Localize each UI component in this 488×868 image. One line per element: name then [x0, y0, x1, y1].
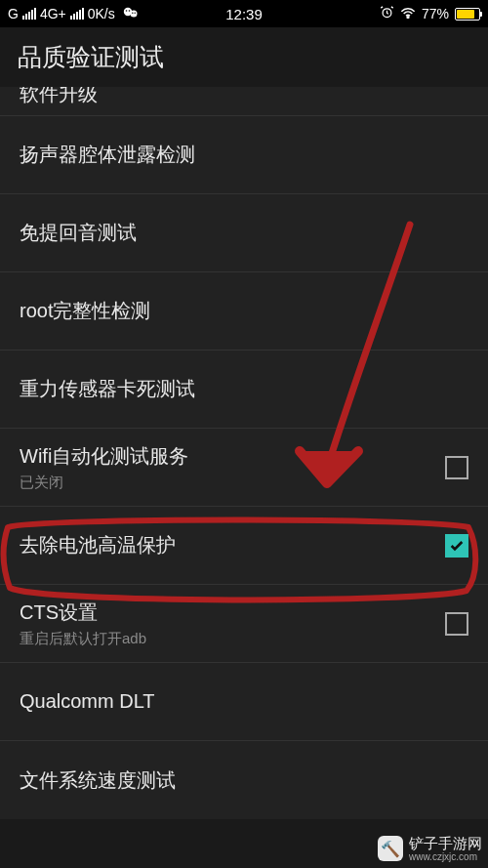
- item-title: 扬声器腔体泄露检测: [20, 142, 195, 168]
- checkbox[interactable]: [445, 456, 468, 479]
- svg-point-4: [132, 12, 133, 13]
- list-item-highlighted[interactable]: 去除电池高温保护: [0, 507, 488, 585]
- watermark-title: 铲子手游网: [409, 836, 482, 852]
- watermark-logo-icon: 🔨: [378, 836, 403, 861]
- checkbox[interactable]: [445, 612, 468, 636]
- list-item[interactable]: 软件升级: [0, 87, 488, 116]
- carrier-label: G: [8, 6, 19, 21]
- list-item[interactable]: CTS设置 重启后默认打开adb: [0, 585, 488, 663]
- network-label: 4G+: [40, 6, 66, 21]
- svg-point-7: [407, 17, 409, 19]
- speed-label: 0K/s: [88, 6, 115, 21]
- signal-icon: [22, 8, 36, 20]
- watermark-url: www.czjxjc.com: [409, 851, 482, 862]
- item-subtitle: 已关闭: [20, 474, 188, 492]
- svg-point-5: [134, 12, 135, 13]
- wechat-icon: [123, 6, 141, 22]
- item-title: 重力传感器卡死测试: [20, 376, 195, 402]
- clock: 12:39: [225, 6, 263, 22]
- item-title: 免提回音测试: [20, 220, 137, 246]
- settings-list: 软件升级 扬声器腔体泄露检测 免提回音测试 root完整性检测 重力传感器卡死测…: [0, 87, 488, 819]
- wifi-icon: [400, 6, 416, 21]
- item-title: Wifi自动化测试服务: [20, 443, 188, 470]
- page-title: 品质验证测试: [0, 27, 488, 87]
- item-title: 去除电池高温保护: [20, 532, 176, 558]
- item-title: 软件升级: [20, 87, 98, 107]
- svg-point-2: [125, 10, 127, 12]
- list-item[interactable]: 文件系统速度测试: [0, 741, 488, 819]
- list-item[interactable]: 免提回音测试: [0, 194, 488, 272]
- watermark: 🔨 铲子手游网 www.czjxjc.com: [378, 836, 482, 863]
- signal-icon-2: [70, 8, 84, 20]
- status-bar: G 4G+ 0K/s 12:39 77%: [0, 0, 488, 27]
- item-title: 文件系统速度测试: [20, 767, 176, 794]
- list-item[interactable]: root完整性检测: [0, 272, 488, 351]
- battery-icon: [455, 8, 480, 21]
- svg-point-1: [130, 10, 137, 17]
- status-left: G 4G+ 0K/s: [8, 6, 141, 22]
- battery-pct: 77%: [422, 6, 449, 21]
- list-item[interactable]: 重力传感器卡死测试: [0, 351, 488, 429]
- item-title: Qualcomm DLT: [20, 690, 155, 713]
- checkbox-checked[interactable]: [445, 534, 468, 558]
- svg-point-3: [128, 10, 130, 12]
- item-title: CTS设置: [20, 599, 146, 626]
- item-title: root完整性检测: [20, 298, 150, 324]
- list-item[interactable]: 扬声器腔体泄露检测: [0, 116, 488, 194]
- alarm-icon: [380, 5, 394, 22]
- item-subtitle: 重启后默认打开adb: [20, 630, 146, 648]
- list-item[interactable]: Wifi自动化测试服务 已关闭: [0, 429, 488, 507]
- status-right: 77%: [380, 5, 480, 22]
- list-item[interactable]: Qualcomm DLT: [0, 663, 488, 741]
